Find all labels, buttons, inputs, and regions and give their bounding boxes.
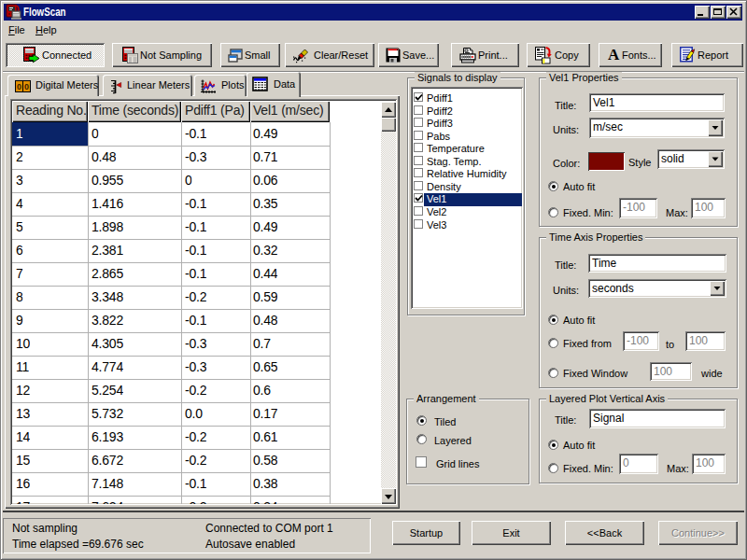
svg-text:0: 0 <box>24 82 29 91</box>
svg-text:0: 0 <box>17 82 21 91</box>
